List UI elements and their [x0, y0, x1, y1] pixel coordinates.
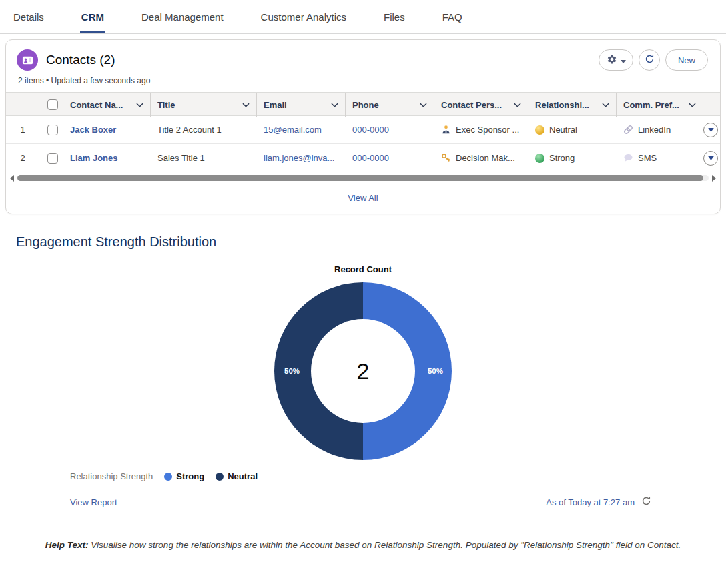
dropdown-arrow-icon	[708, 156, 714, 160]
row-number: 2	[6, 153, 39, 163]
neutral-status-icon	[535, 125, 544, 135]
tab-deal-management[interactable]: Deal Management	[140, 0, 225, 33]
column-header-actions	[703, 93, 720, 117]
tab-crm[interactable]: CRM	[80, 0, 105, 33]
scrollbar-track[interactable]	[17, 175, 709, 181]
table-row: 2 Liam Jones Sales Title 1 liam.jones@in…	[6, 144, 720, 172]
contact-name-link[interactable]: Jack Boxer	[70, 125, 116, 135]
relationship-cell: Strong	[528, 153, 617, 163]
tab-faq[interactable]: FAQ	[441, 0, 464, 33]
scroll-left-arrow-icon[interactable]	[10, 175, 14, 182]
chevron-down-icon	[420, 103, 427, 107]
phone-link[interactable]: 000-0000	[352, 153, 389, 163]
column-header-contact-name[interactable]: Contact Na...	[66, 93, 151, 117]
section-title: Engagement Strength Distribution	[16, 234, 726, 250]
legend-dot-strong-icon	[164, 473, 172, 481]
column-header-comm-preference[interactable]: Comm. Pref...	[617, 93, 703, 117]
row-action-dropdown-button[interactable]	[703, 123, 718, 137]
row-checkbox[interactable]	[47, 153, 58, 164]
view-all-link[interactable]: View All	[348, 193, 378, 203]
email-cell: 15@email.com	[257, 125, 346, 135]
contact-name-cell: Liam Jones	[66, 153, 151, 163]
tab-customer-analytics[interactable]: Customer Analytics	[260, 0, 348, 33]
key-icon	[441, 153, 451, 163]
card-footer: View All	[6, 184, 720, 214]
table-row: 1 Jack Boxer Title 2 Account 1 15@email.…	[6, 116, 720, 144]
new-button[interactable]: New	[665, 49, 708, 71]
list-meta: 2 items • Updated a few seconds ago	[6, 72, 720, 92]
contacts-icon	[17, 49, 38, 71]
legend-dot-neutral-icon	[216, 473, 224, 481]
person-in-suit-icon	[441, 125, 451, 135]
chevron-down-icon	[242, 103, 250, 107]
table-header: Contact Na... Title Email Phone Contact …	[6, 92, 720, 116]
help-text-body: Visualise how strong the relationships a…	[89, 540, 681, 550]
list-settings-button[interactable]	[599, 49, 633, 71]
phone-cell: 000-0000	[346, 125, 434, 135]
slice-label-strong: 50%	[428, 367, 443, 375]
scrollbar-thumb[interactable]	[17, 175, 703, 181]
chevron-down-icon	[514, 103, 521, 107]
row-number: 1	[6, 125, 39, 135]
speech-bubble-icon	[623, 153, 633, 163]
link-icon	[623, 125, 633, 135]
phone-cell: 000-0000	[346, 153, 434, 163]
contacts-card: Contacts (2) New 2 items • Updated a few…	[5, 39, 721, 214]
donut-chart[interactable]: 50% 50% 2	[274, 282, 452, 460]
chevron-down-icon	[602, 103, 609, 107]
row-action-dropdown-button[interactable]	[703, 151, 718, 166]
tab-details[interactable]: Details	[12, 0, 45, 33]
chevron-down-icon	[689, 103, 696, 107]
email-cell: liam.jones@inva...	[257, 153, 346, 163]
row-actions-cell	[703, 123, 720, 137]
column-header-email[interactable]: Email	[257, 93, 346, 117]
row-checkbox[interactable]	[47, 125, 58, 135]
contact-name-cell: Jack Boxer	[66, 125, 151, 135]
select-all-checkbox-cell	[39, 93, 66, 117]
view-report-link[interactable]: View Report	[70, 497, 117, 507]
row-actions-cell	[703, 151, 720, 166]
chart-legend: Relationship Strength Strong Neutral	[70, 471, 726, 481]
phone-link[interactable]: 000-0000	[352, 125, 389, 135]
refresh-button[interactable]	[639, 49, 660, 71]
help-text-label: Help Text:	[45, 540, 89, 550]
legend-item-neutral[interactable]: Neutral	[216, 471, 258, 481]
new-button-label: New	[678, 55, 695, 65]
strong-status-icon	[535, 154, 544, 163]
relationship-cell: Neutral	[528, 125, 617, 135]
header-row-number	[6, 93, 39, 117]
legend-item-strong[interactable]: Strong	[164, 471, 204, 481]
column-header-contact-persona[interactable]: Contact Pers...	[434, 93, 528, 117]
tab-files[interactable]: Files	[382, 0, 406, 33]
column-header-phone[interactable]: Phone	[346, 93, 434, 117]
horizontal-scrollbar	[6, 172, 720, 184]
contacts-card-header: Contacts (2) New	[6, 40, 720, 72]
email-link[interactable]: liam.jones@inva...	[264, 153, 334, 163]
column-header-title[interactable]: Title	[151, 93, 257, 117]
tab-bar: Details CRM Deal Management Customer Ana…	[0, 0, 726, 34]
card-actions: New	[599, 49, 708, 71]
contact-name-link[interactable]: Liam Jones	[70, 153, 118, 163]
persona-cell: Decision Mak...	[434, 153, 528, 163]
slice-label-neutral: 50%	[284, 367, 300, 375]
scroll-right-arrow-icon[interactable]	[712, 175, 716, 182]
email-link[interactable]: 15@email.com	[264, 125, 322, 135]
chart-footer: View Report As of Today at 7:27 am	[70, 496, 651, 508]
dropdown-arrow-icon	[708, 128, 714, 132]
donut-hole: 2	[311, 319, 415, 423]
card-title: Contacts (2)	[46, 53, 599, 67]
select-all-checkbox[interactable]	[47, 99, 58, 110]
legend-title: Relationship Strength	[70, 471, 153, 481]
title-cell: Sales Title 1	[151, 153, 257, 163]
column-header-relationship[interactable]: Relationshi...	[528, 93, 617, 117]
refresh-icon	[645, 54, 655, 66]
chart-refresh-icon[interactable]	[641, 496, 651, 508]
chart-title: Record Count	[0, 264, 726, 274]
title-cell: Title 2 Account 1	[151, 125, 257, 135]
persona-cell: Exec Sponsor ...	[434, 125, 528, 135]
chevron-down-icon	[136, 103, 143, 107]
donut-total: 2	[357, 358, 370, 384]
row-checkbox-cell	[39, 124, 66, 135]
engagement-strength-section: Engagement Strength Distribution Record …	[0, 234, 726, 508]
as-of-timestamp: As of Today at 7:27 am	[546, 497, 635, 507]
